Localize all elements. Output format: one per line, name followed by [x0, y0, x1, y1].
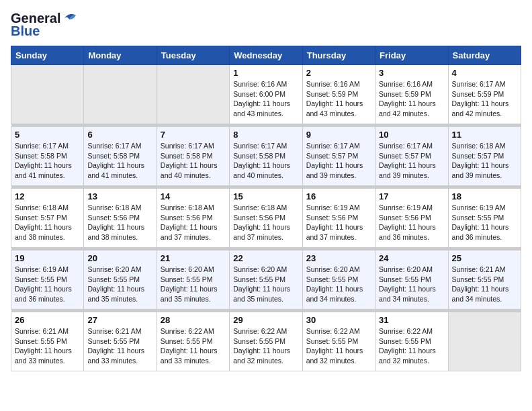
day-cell: 3Sunrise: 6:16 AMSunset: 5:59 PMDaylight…: [375, 65, 448, 124]
day-detail: Sunrise: 6:20 AMSunset: 5:55 PMDaylight:…: [233, 265, 298, 304]
day-cell: 27Sunrise: 6:21 AMSunset: 5:55 PMDayligh…: [84, 312, 157, 371]
day-number: 3: [379, 68, 444, 78]
empty-cell: [448, 312, 521, 371]
day-number: 17: [379, 191, 444, 201]
calendar-week-row: 12Sunrise: 6:18 AMSunset: 5:57 PMDayligh…: [11, 189, 521, 248]
day-number: 31: [379, 315, 444, 325]
day-detail: Sunrise: 6:18 AMSunset: 5:56 PMDaylight:…: [233, 203, 298, 242]
day-cell: 18Sunrise: 6:19 AMSunset: 5:55 PMDayligh…: [448, 189, 521, 248]
day-detail: Sunrise: 6:19 AMSunset: 5:55 PMDaylight:…: [15, 265, 80, 304]
logo-blue-text: Blue: [11, 24, 40, 39]
day-number: 7: [161, 130, 226, 140]
day-cell: 31Sunrise: 6:22 AMSunset: 5:55 PMDayligh…: [375, 312, 448, 371]
day-number: 14: [161, 191, 226, 201]
day-detail: Sunrise: 6:17 AMSunset: 5:57 PMDaylight:…: [379, 141, 444, 181]
col-header-wednesday: Wednesday: [230, 46, 302, 65]
day-cell: 19Sunrise: 6:19 AMSunset: 5:55 PMDayligh…: [11, 250, 84, 310]
day-cell: 16Sunrise: 6:19 AMSunset: 5:56 PMDayligh…: [302, 189, 375, 248]
day-number: 29: [233, 315, 298, 325]
day-detail: Sunrise: 6:18 AMSunset: 5:56 PMDaylight:…: [87, 203, 152, 242]
day-cell: 8Sunrise: 6:17 AMSunset: 5:58 PMDaylight…: [230, 127, 302, 186]
day-detail: Sunrise: 6:22 AMSunset: 5:55 PMDaylight:…: [379, 326, 444, 366]
day-detail: Sunrise: 6:22 AMSunset: 5:55 PMDaylight:…: [233, 326, 298, 366]
calendar-week-row: 5Sunrise: 6:17 AMSunset: 5:58 PMDaylight…: [11, 127, 521, 186]
day-number: 5: [15, 130, 80, 140]
day-detail: Sunrise: 6:19 AMSunset: 5:55 PMDaylight:…: [452, 203, 517, 242]
col-header-monday: Monday: [84, 46, 157, 65]
day-detail: Sunrise: 6:20 AMSunset: 5:55 PMDaylight:…: [306, 265, 371, 304]
day-number: 30: [306, 315, 371, 325]
day-number: 4: [452, 68, 517, 78]
day-number: 22: [233, 253, 298, 263]
day-detail: Sunrise: 6:17 AMSunset: 5:58 PMDaylight:…: [87, 141, 152, 181]
day-cell: 1Sunrise: 6:16 AMSunset: 6:00 PMDaylight…: [230, 65, 302, 124]
day-detail: Sunrise: 6:20 AMSunset: 5:55 PMDaylight:…: [87, 265, 152, 304]
day-cell: 20Sunrise: 6:20 AMSunset: 5:55 PMDayligh…: [84, 250, 157, 310]
day-cell: 15Sunrise: 6:18 AMSunset: 5:56 PMDayligh…: [230, 189, 302, 248]
logo: General Blue: [11, 11, 77, 39]
day-detail: Sunrise: 6:21 AMSunset: 5:55 PMDaylight:…: [15, 326, 80, 366]
day-detail: Sunrise: 6:19 AMSunset: 5:56 PMDaylight:…: [306, 203, 371, 242]
day-number: 9: [306, 130, 371, 140]
day-detail: Sunrise: 6:17 AMSunset: 5:58 PMDaylight:…: [15, 141, 80, 181]
calendar-header-row: SundayMondayTuesdayWednesdayThursdayFrid…: [11, 46, 521, 65]
col-header-friday: Friday: [375, 46, 448, 65]
day-detail: Sunrise: 6:16 AMSunset: 5:59 PMDaylight:…: [306, 79, 371, 119]
calendar-week-row: 1Sunrise: 6:16 AMSunset: 6:00 PMDaylight…: [11, 65, 521, 124]
calendar-week-row: 19Sunrise: 6:19 AMSunset: 5:55 PMDayligh…: [11, 250, 521, 310]
day-detail: Sunrise: 6:16 AMSunset: 5:59 PMDaylight:…: [379, 79, 444, 119]
day-cell: 6Sunrise: 6:17 AMSunset: 5:58 PMDaylight…: [84, 127, 157, 186]
day-detail: Sunrise: 6:17 AMSunset: 5:58 PMDaylight:…: [161, 141, 226, 181]
day-number: 23: [306, 253, 371, 263]
day-cell: 23Sunrise: 6:20 AMSunset: 5:55 PMDayligh…: [302, 250, 375, 310]
day-cell: 5Sunrise: 6:17 AMSunset: 5:58 PMDaylight…: [11, 127, 84, 186]
col-header-saturday: Saturday: [448, 46, 521, 65]
day-cell: 11Sunrise: 6:18 AMSunset: 5:57 PMDayligh…: [448, 127, 521, 186]
day-cell: 21Sunrise: 6:20 AMSunset: 5:55 PMDayligh…: [157, 250, 229, 310]
day-detail: Sunrise: 6:20 AMSunset: 5:55 PMDaylight:…: [161, 265, 226, 304]
day-cell: 9Sunrise: 6:17 AMSunset: 5:57 PMDaylight…: [302, 127, 375, 186]
day-number: 12: [15, 191, 80, 201]
col-header-thursday: Thursday: [302, 46, 375, 65]
day-number: 15: [233, 191, 298, 201]
day-detail: Sunrise: 6:19 AMSunset: 5:56 PMDaylight:…: [379, 203, 444, 242]
page-header: General Blue: [11, 11, 521, 39]
day-detail: Sunrise: 6:22 AMSunset: 5:55 PMDaylight:…: [306, 326, 371, 366]
day-detail: Sunrise: 6:18 AMSunset: 5:56 PMDaylight:…: [161, 203, 226, 242]
empty-cell: [84, 65, 157, 124]
day-detail: Sunrise: 6:21 AMSunset: 5:55 PMDaylight:…: [452, 265, 517, 304]
day-cell: 2Sunrise: 6:16 AMSunset: 5:59 PMDaylight…: [302, 65, 375, 124]
empty-cell: [11, 65, 84, 124]
day-number: 19: [15, 253, 80, 263]
day-number: 26: [15, 315, 80, 325]
calendar-week-row: 26Sunrise: 6:21 AMSunset: 5:55 PMDayligh…: [11, 312, 521, 371]
day-cell: 28Sunrise: 6:22 AMSunset: 5:55 PMDayligh…: [157, 312, 229, 371]
day-detail: Sunrise: 6:17 AMSunset: 5:59 PMDaylight:…: [452, 79, 517, 119]
day-detail: Sunrise: 6:17 AMSunset: 5:57 PMDaylight:…: [306, 141, 371, 181]
day-cell: 17Sunrise: 6:19 AMSunset: 5:56 PMDayligh…: [375, 189, 448, 248]
day-cell: 4Sunrise: 6:17 AMSunset: 5:59 PMDaylight…: [448, 65, 521, 124]
day-number: 27: [87, 315, 152, 325]
calendar-table: SundayMondayTuesdayWednesdayThursdayFrid…: [11, 46, 521, 371]
day-detail: Sunrise: 6:17 AMSunset: 5:58 PMDaylight:…: [233, 141, 298, 181]
day-cell: 10Sunrise: 6:17 AMSunset: 5:57 PMDayligh…: [375, 127, 448, 186]
day-number: 24: [379, 253, 444, 263]
day-detail: Sunrise: 6:21 AMSunset: 5:55 PMDaylight:…: [87, 326, 152, 366]
day-detail: Sunrise: 6:18 AMSunset: 5:57 PMDaylight:…: [15, 203, 80, 242]
day-number: 6: [87, 130, 152, 140]
day-number: 1: [233, 68, 298, 78]
day-number: 2: [306, 68, 371, 78]
day-cell: 26Sunrise: 6:21 AMSunset: 5:55 PMDayligh…: [11, 312, 84, 371]
day-number: 21: [161, 253, 226, 263]
day-number: 28: [161, 315, 226, 325]
day-cell: 12Sunrise: 6:18 AMSunset: 5:57 PMDayligh…: [11, 189, 84, 248]
logo-bird-icon: [62, 11, 77, 24]
day-cell: 7Sunrise: 6:17 AMSunset: 5:58 PMDaylight…: [157, 127, 229, 186]
day-cell: 29Sunrise: 6:22 AMSunset: 5:55 PMDayligh…: [230, 312, 302, 371]
day-number: 10: [379, 130, 444, 140]
day-cell: 14Sunrise: 6:18 AMSunset: 5:56 PMDayligh…: [157, 189, 229, 248]
day-cell: 24Sunrise: 6:20 AMSunset: 5:55 PMDayligh…: [375, 250, 448, 310]
col-header-tuesday: Tuesday: [157, 46, 229, 65]
day-number: 8: [233, 130, 298, 140]
day-cell: 25Sunrise: 6:21 AMSunset: 5:55 PMDayligh…: [448, 250, 521, 310]
